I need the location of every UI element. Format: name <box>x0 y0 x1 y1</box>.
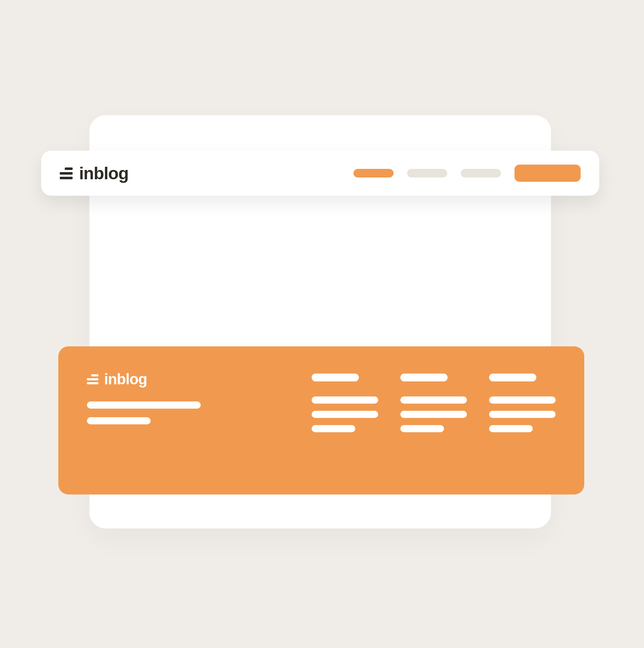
footer-brand-name: inblog <box>104 371 147 388</box>
footer-column-header <box>489 374 536 381</box>
footer-link[interactable] <box>489 396 556 404</box>
nav-item[interactable] <box>461 169 501 177</box>
menu-lines-icon <box>87 374 98 384</box>
footer-link[interactable] <box>489 425 533 432</box>
cta-button[interactable] <box>514 165 581 182</box>
footer-column <box>400 374 467 470</box>
footer-brand-logo[interactable]: inblog <box>87 371 201 388</box>
footer-link[interactable] <box>312 411 378 418</box>
nav-item-active[interactable] <box>353 169 394 177</box>
footer-link[interactable] <box>312 425 355 432</box>
footer-link[interactable] <box>400 411 467 418</box>
footer-columns <box>312 374 556 470</box>
placeholder-line <box>87 401 201 409</box>
footer-column <box>312 374 378 470</box>
footer-column-header <box>312 374 359 381</box>
brand-logo[interactable]: inblog <box>60 164 128 183</box>
header-bar: inblog <box>41 151 599 196</box>
footer-card: inblog <box>58 346 584 494</box>
footer-tagline <box>87 401 201 424</box>
placeholder-line <box>87 417 151 424</box>
footer-link[interactable] <box>489 411 556 418</box>
brand-name: inblog <box>79 164 128 183</box>
menu-lines-icon <box>60 167 73 179</box>
footer-column-header <box>400 374 448 381</box>
footer-brand-section: inblog <box>87 371 201 470</box>
nav-item[interactable] <box>407 169 447 177</box>
footer-link[interactable] <box>400 396 467 404</box>
footer-link[interactable] <box>400 425 444 432</box>
footer-column <box>489 374 556 470</box>
nav-items <box>353 165 581 182</box>
footer-link[interactable] <box>312 396 378 404</box>
